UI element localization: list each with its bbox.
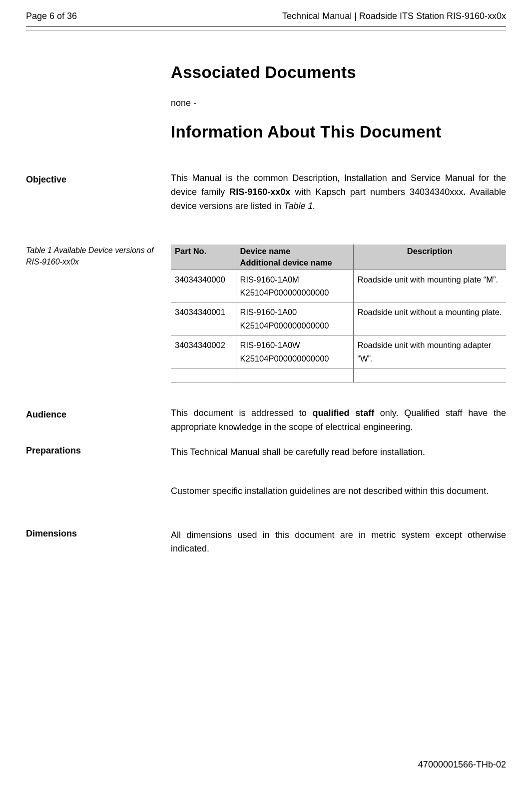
- preparations-paragraph-2: Customer specific installation guideline…: [171, 484, 506, 498]
- table-row: 34034340000 RIS-9160-1A0MK25104P00000000…: [171, 270, 506, 302]
- label-dimensions: Dimensions: [26, 528, 161, 539]
- col-header-partno: Part No.: [171, 244, 236, 270]
- table-caption: Table 1 Available Device versions of RIS…: [26, 244, 161, 268]
- dimensions-paragraph: All dimensions used in this document are…: [171, 528, 506, 556]
- label-objective: Objective: [26, 174, 161, 185]
- assoc-docs-text: none -: [171, 98, 506, 108]
- page-number: Page 6 of 36: [26, 11, 77, 22]
- table-row: [171, 368, 506, 382]
- table-row: 34034340001 RIS-9160-1A00K25104P00000000…: [171, 302, 506, 336]
- footer-doc-number: 47000001566-THb-02: [418, 760, 506, 770]
- col-header-devicename: Device name Additional device name: [236, 244, 353, 270]
- label-audience: Audience: [26, 410, 161, 420]
- heading-associated-documents: Associated Documents: [171, 63, 506, 82]
- col-header-description: Description: [353, 244, 506, 270]
- audience-paragraph: This document is addressed to qualified …: [171, 406, 506, 434]
- header-rule: [26, 30, 506, 30]
- label-preparations: Preparations: [26, 446, 161, 456]
- table-row: 34034340002 RIS-9160-1A0WK25104P00000000…: [171, 336, 506, 368]
- heading-information-about: Information About This Document: [171, 122, 506, 142]
- device-versions-table: Part No. Device name Additional device n…: [171, 244, 506, 382]
- objective-paragraph: This Manual is the common Description, I…: [171, 172, 506, 214]
- page-header: Page 6 of 36 Technical Manual | Roadside…: [26, 11, 506, 27]
- preparations-paragraph-1: This Technical Manual shall be carefully…: [171, 446, 506, 460]
- doc-title: Technical Manual | Roadside ITS Station …: [282, 11, 506, 22]
